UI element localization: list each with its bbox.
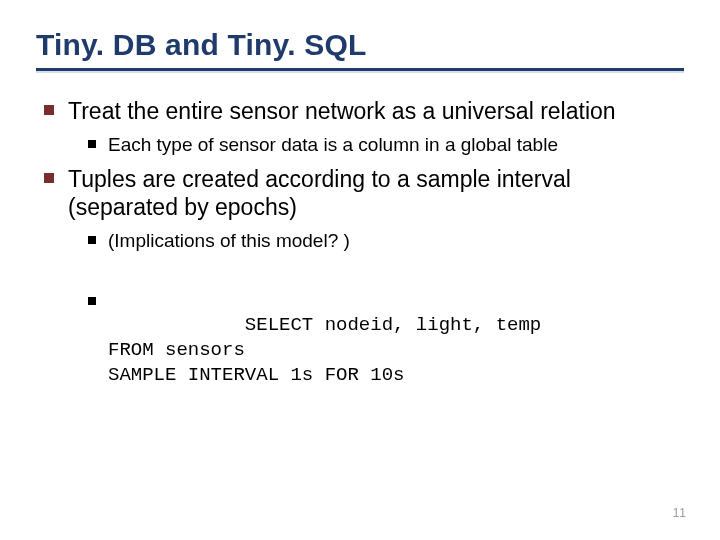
bullet-item: Tuples are created according to a sample… (40, 165, 684, 412)
code-line: SELECT nodeid, light, temp FROM sensors … (86, 289, 684, 412)
sub-bullet-text: Each type of sensor data is a column in … (108, 134, 558, 155)
page-number: 11 (673, 506, 686, 520)
code-block: SELECT nodeid, light, temp FROM sensors … (86, 289, 684, 412)
slide: Tiny. DB and Tiny. SQL Treat the entire … (0, 0, 720, 540)
bullet-text: Tuples are created according to a sample… (68, 166, 571, 220)
bullet-list: Treat the entire sensor network as a uni… (40, 97, 684, 412)
sub-bullet-item: (Implications of this model? ) (86, 229, 684, 253)
slide-title: Tiny. DB and Tiny. SQL (36, 28, 684, 62)
sub-bullet-item: Each type of sensor data is a column in … (86, 133, 684, 157)
code-text: SELECT nodeid, light, temp FROM sensors … (108, 314, 541, 385)
sub-bullet-text: (Implications of this model? ) (108, 230, 350, 251)
title-rule-light (36, 71, 684, 73)
sub-bullet-list: Each type of sensor data is a column in … (86, 133, 684, 157)
bullet-text: Treat the entire sensor network as a uni… (68, 98, 616, 124)
bullet-item: Treat the entire sensor network as a uni… (40, 97, 684, 157)
sub-bullet-list: (Implications of this model? ) (86, 229, 684, 253)
slide-content: Treat the entire sensor network as a uni… (36, 97, 684, 412)
spacer (68, 259, 684, 281)
